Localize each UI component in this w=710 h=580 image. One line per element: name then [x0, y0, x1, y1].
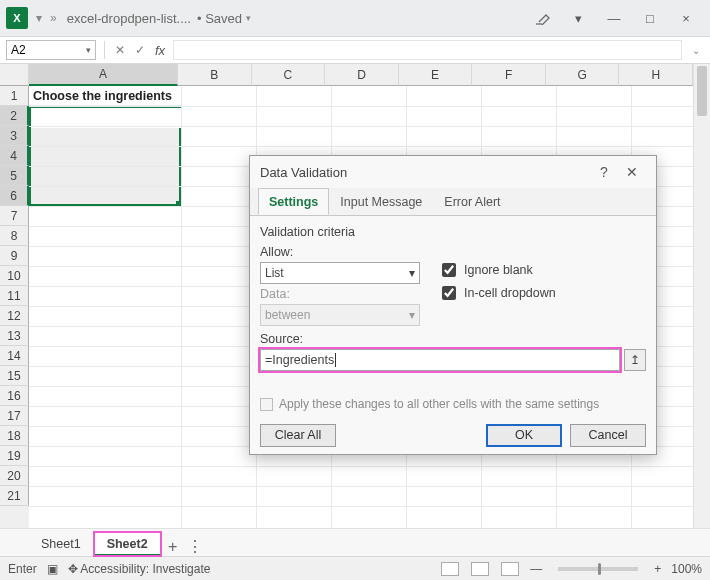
row-headers: 123456789101112131415161718192021	[0, 86, 29, 528]
sheet-tab-sheet1[interactable]: Sheet1	[28, 532, 94, 556]
incell-dropdown-checkbox[interactable]: In-cell dropdown	[438, 283, 646, 303]
col-header-b[interactable]: B	[178, 64, 252, 86]
row-header-9[interactable]: 9	[0, 246, 29, 266]
row-header-14[interactable]: 14	[0, 346, 29, 366]
row-header-18[interactable]: 18	[0, 426, 29, 446]
name-box[interactable]: A2 ▾	[6, 40, 96, 60]
macro-record-icon[interactable]: ▣	[47, 562, 58, 576]
data-validation-dialog: Data Validation ? ✕ Settings Input Messa…	[249, 155, 657, 455]
expand-formula-bar-icon[interactable]: ⌄	[688, 45, 704, 56]
row-header-21[interactable]: 21	[0, 486, 29, 506]
titlebar: X ▾ » excel-dropdpen-list.... • Saved ▾ …	[0, 0, 710, 36]
formula-input[interactable]	[173, 40, 682, 60]
col-header-d[interactable]: D	[325, 64, 399, 86]
sheet-tab-sheet2[interactable]: Sheet2	[94, 532, 161, 556]
source-input[interactable]: =Ingredients	[260, 349, 620, 371]
excel-app-icon: X	[6, 7, 28, 29]
dialog-title: Data Validation	[260, 165, 347, 180]
cell-a1[interactable]: Choose the ingredients	[29, 86, 181, 106]
row-header-2[interactable]: 2	[0, 106, 29, 126]
eraser-icon[interactable]	[524, 4, 560, 32]
view-page-break-icon[interactable]	[501, 562, 519, 576]
chevron-down-icon: ▾	[409, 308, 415, 322]
file-name: excel-dropdpen-list....	[67, 11, 191, 26]
name-box-value: A2	[11, 43, 26, 57]
view-normal-icon[interactable]	[441, 562, 459, 576]
apply-all-box	[260, 398, 273, 411]
row-header-7[interactable]: 7	[0, 206, 29, 226]
row-header-10[interactable]: 10	[0, 266, 29, 286]
dialog-titlebar[interactable]: Data Validation ? ✕	[250, 156, 656, 188]
col-header-c[interactable]: C	[252, 64, 326, 86]
scrollbar-thumb[interactable]	[697, 66, 707, 116]
selected-range[interactable]	[29, 106, 181, 206]
status-bar: Enter ▣ ✥ Accessibility: Investigate — +…	[0, 556, 710, 580]
row-header-20[interactable]: 20	[0, 466, 29, 486]
row-header-12[interactable]: 12	[0, 306, 29, 326]
col-header-e[interactable]: E	[399, 64, 473, 86]
row-header-11[interactable]: 11	[0, 286, 29, 306]
dialog-close-button[interactable]: ✕	[618, 158, 646, 186]
sheet-tabs-more-icon[interactable]: ⋮	[185, 537, 205, 556]
tab-settings[interactable]: Settings	[258, 188, 329, 215]
new-sheet-button[interactable]: +	[161, 538, 185, 556]
file-name-dropdown-icon[interactable]: ▾	[246, 13, 251, 23]
cancel-button[interactable]: Cancel	[570, 424, 646, 447]
col-header-a[interactable]: A	[29, 64, 178, 86]
accessibility-status[interactable]: ✥ Accessibility: Investigate	[68, 562, 211, 576]
maximize-button[interactable]: □	[632, 4, 668, 32]
allow-value: List	[265, 266, 284, 280]
name-box-dropdown-icon[interactable]: ▾	[86, 45, 91, 55]
data-value: between	[265, 308, 310, 322]
ignore-blank-checkbox[interactable]: Ignore blank	[438, 260, 646, 280]
row-header-5[interactable]: 5	[0, 166, 29, 186]
data-dropdown: between ▾	[260, 304, 420, 326]
tab-input-message[interactable]: Input Message	[329, 188, 433, 215]
ok-button[interactable]: OK	[486, 424, 562, 447]
ribbon-overflow-icon[interactable]: »	[50, 11, 57, 25]
row-header-15[interactable]: 15	[0, 366, 29, 386]
save-status: • Saved	[197, 11, 242, 26]
source-label: Source:	[260, 332, 646, 346]
select-all-triangle[interactable]	[0, 64, 29, 86]
row-header-17[interactable]: 17	[0, 406, 29, 426]
zoom-level[interactable]: 100%	[671, 562, 702, 576]
cancel-formula-icon[interactable]: ✕	[113, 43, 127, 57]
column-headers: A B C D E F G H	[29, 64, 693, 86]
status-mode: Enter	[8, 562, 37, 576]
dialog-help-button[interactable]: ?	[590, 158, 618, 186]
active-cell[interactable]	[31, 108, 182, 128]
minimize-button[interactable]: —	[596, 4, 632, 32]
row-header-19[interactable]: 19	[0, 446, 29, 466]
vertical-scrollbar[interactable]	[693, 64, 710, 528]
formula-bar: A2 ▾ ✕ ✓ fx ⌄	[0, 36, 710, 64]
view-page-layout-icon[interactable]	[471, 562, 489, 576]
dialog-tabs: Settings Input Message Error Alert	[250, 188, 656, 216]
zoom-in-button[interactable]: +	[654, 562, 661, 576]
row-header-8[interactable]: 8	[0, 226, 29, 246]
source-value: =Ingredients	[265, 353, 334, 367]
ribbon-display-dropdown-icon[interactable]: ▾	[560, 4, 596, 32]
ignore-blank-label: Ignore blank	[464, 263, 533, 277]
sheet-tab-bar: Sheet1 Sheet2 + ⋮	[0, 528, 710, 556]
row-header-6[interactable]: 6	[0, 186, 29, 206]
row-header-3[interactable]: 3	[0, 126, 29, 146]
allow-label: Allow:	[260, 245, 420, 259]
row-header-4[interactable]: 4	[0, 146, 29, 166]
tab-error-alert[interactable]: Error Alert	[433, 188, 511, 215]
insert-function-icon[interactable]: fx	[153, 43, 167, 57]
row-header-1[interactable]: 1	[0, 86, 29, 106]
row-header-13[interactable]: 13	[0, 326, 29, 346]
col-header-h[interactable]: H	[619, 64, 693, 86]
col-header-f[interactable]: F	[472, 64, 546, 86]
accept-formula-icon[interactable]: ✓	[133, 43, 147, 57]
zoom-slider[interactable]	[558, 567, 638, 571]
qa-toolbar-chevron-icon[interactable]: ▾	[36, 11, 42, 25]
row-header-16[interactable]: 16	[0, 386, 29, 406]
col-header-g[interactable]: G	[546, 64, 620, 86]
close-window-button[interactable]: ×	[668, 4, 704, 32]
allow-dropdown[interactable]: List ▾	[260, 262, 420, 284]
zoom-out-button[interactable]: —	[530, 562, 542, 576]
collapse-dialog-button[interactable]: ↥	[624, 349, 646, 371]
clear-all-button[interactable]: Clear All	[260, 424, 336, 447]
